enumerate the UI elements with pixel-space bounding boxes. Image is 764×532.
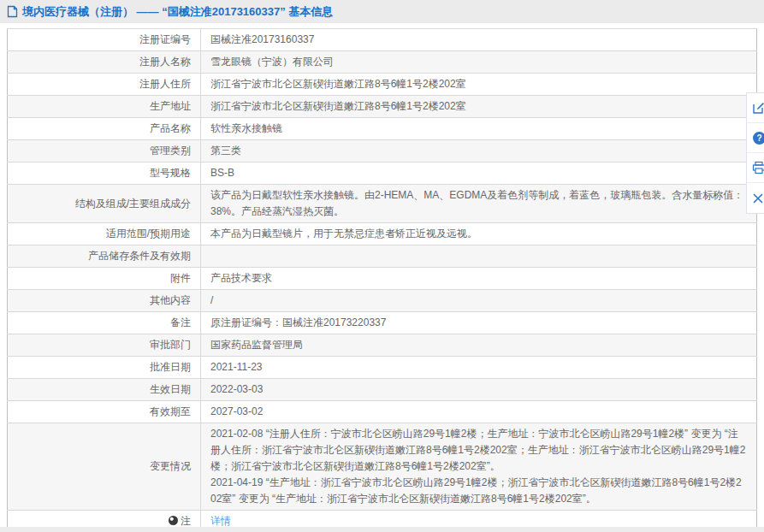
table-row: 变更情况2021-02-08 “注册人住所：宁波市北仑区崂山路29号1幢2楼；生… (8, 423, 757, 511)
table-row: 结构及组成/主要组成成分该产品为日戴型软性亲水接触镜。由2-HEMA、MA、EG… (8, 185, 757, 223)
table-row: 注册人住所浙江省宁波市北仑区新碶街道嫩江路8号6幢1号2楼202室 (8, 74, 757, 96)
row-value (201, 245, 757, 268)
info-table-body: 注册证编号国械注准20173160337注册人名称雪龙眼镜（宁波）有限公司注册人… (8, 29, 757, 532)
row-label: 审批部门 (8, 334, 201, 357)
row-value: 第三类 (201, 140, 757, 163)
row-value: 国械注准20173160337 (201, 29, 757, 51)
row-label: 有效期至 (8, 401, 201, 423)
row-label: 适用范围/预期用途 (8, 223, 201, 245)
note-icon (169, 516, 178, 525)
header-bar: 境内医疗器械（注册） —— “国械注准20173160337” 基本信息 (0, 0, 764, 23)
row-value: 原注册证编号：国械注准20173220337 (201, 312, 757, 334)
table-row: 有效期至2027-03-02 (8, 401, 757, 423)
edit-button[interactable] (747, 93, 764, 123)
question-icon: ? (752, 131, 764, 145)
row-value: 软性亲水接触镜 (201, 118, 757, 140)
table-row: 产品储存条件及有效期 (8, 245, 757, 268)
row-value: 浙江省宁波市北仑区新碶街道嫩江路8号6幢1号2楼202室 (201, 96, 757, 118)
table-row: 产品名称软性亲水接触镜 (8, 118, 757, 140)
row-label: 备注 (8, 312, 201, 334)
table-row: 生效日期2022-03-03 (8, 379, 757, 401)
row-label: 注册人住所 (8, 74, 201, 96)
row-value: 2022-03-03 (201, 379, 757, 401)
row-label: 生效日期 (8, 379, 201, 401)
row-value: 雪龙眼镜（宁波）有限公司 (201, 51, 757, 74)
help-button[interactable]: ? (747, 123, 764, 153)
table-row: 其他内容/ (8, 290, 757, 312)
table-row: 附件产品技术要求 (8, 268, 757, 290)
row-label: 注册证编号 (8, 29, 201, 51)
row-label: 产品名称 (8, 118, 201, 140)
table-row: 注册证编号国械注准20173160337 (8, 29, 757, 51)
row-label: 产品储存条件及有效期 (8, 245, 201, 268)
row-value: / (201, 290, 757, 312)
row-value: 浙江省宁波市北仑区新碶街道嫩江路8号6幢1号2楼202室 (201, 74, 757, 96)
table-row: 审批部门国家药品监督管理局 (8, 334, 757, 357)
row-label: 结构及组成/主要组成成分 (8, 185, 201, 223)
table-row: 生产地址浙江省宁波市北仑区新碶街道嫩江路8号6幢1号2楼202室 (8, 96, 757, 118)
row-value: BS-B (201, 163, 757, 185)
page-title: 境内医疗器械（注册） —— “国械注准20173160337” 基本信息 (22, 4, 333, 20)
svg-text:?: ? (756, 133, 761, 143)
print-button[interactable] (747, 153, 764, 183)
detail-link[interactable]: 详情 (210, 515, 231, 527)
edit-icon (752, 101, 764, 115)
table-row: 注册人名称雪龙眼镜（宁波）有限公司 (8, 51, 757, 74)
table-row: 备注原注册证编号：国械注准20173220337 (8, 312, 757, 334)
row-label: 批准日期 (8, 357, 201, 379)
row-label: 其他内容 (8, 290, 201, 312)
table-row: 管理类别第三类 (8, 140, 757, 163)
row-label: 附件 (8, 268, 201, 290)
row-label: 变更情况 (8, 423, 201, 511)
row-value: 本产品为日戴型镜片，用于无禁忌症患者矫正近视及远视。 (201, 223, 757, 245)
close-icon (752, 192, 764, 204)
close-button[interactable] (747, 183, 764, 213)
row-label: 型号规格 (8, 163, 201, 185)
row-value: 国家药品监督管理局 (201, 334, 757, 357)
document-icon (7, 5, 18, 18)
row-label: 生产地址 (8, 96, 201, 118)
registration-info-table: 注册证编号国械注准20173160337注册人名称雪龙眼镜（宁波）有限公司注册人… (7, 28, 757, 532)
row-value: 2027-03-02 (201, 401, 757, 423)
row-value: 产品技术要求 (201, 268, 757, 290)
row-value: 2021-02-08 “注册人住所：宁波市北仑区崂山路29号1幢2楼；生产地址：… (201, 423, 757, 511)
printer-icon (752, 161, 764, 174)
row-label: 管理类别 (8, 140, 201, 163)
row-label: 注册人名称 (8, 51, 201, 74)
table-row: 批准日期2021-11-23 (8, 357, 757, 379)
table-row: 型号规格BS-B (8, 163, 757, 185)
row-value: 2021-11-23 (201, 357, 757, 379)
table-row: 适用范围/预期用途本产品为日戴型镜片，用于无禁忌症患者矫正近视及远视。 (8, 223, 757, 245)
side-toolbar: ? (746, 92, 764, 214)
page-bottom-strip (0, 527, 764, 532)
row-value: 该产品为日戴型软性亲水接触镜。由2-HEMA、MA、EGDMA及着色剂等制成，着… (201, 185, 757, 223)
